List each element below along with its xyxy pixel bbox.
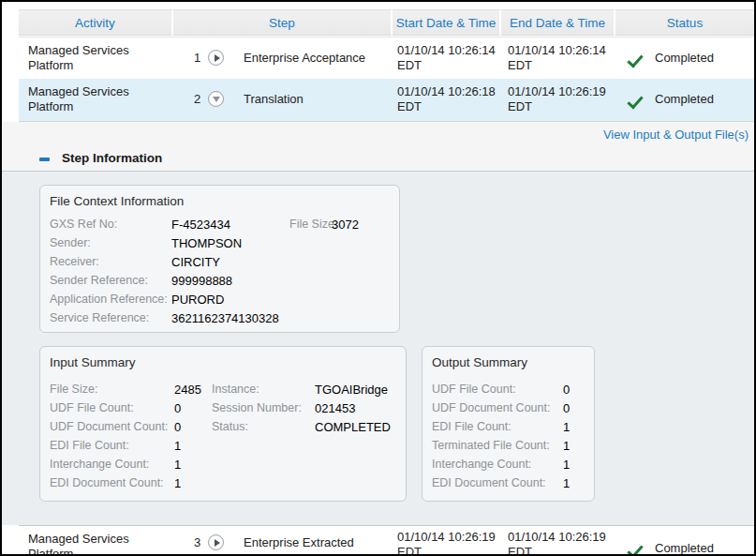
field-value: 1 [174,439,181,453]
field-row: EDI Document Count: 1 [422,476,594,495]
step-number: 1 [194,51,200,66]
start-date-cell: 01/10/14 10:26:14 EDT [397,43,498,73]
column-header-activity[interactable]: Activity [19,9,173,36]
field-label: EDI File Count: [432,420,511,433]
field-row: File Size: 2485 Instance: TGOAIBridge [40,383,406,401]
table-row[interactable]: Managed Services Platform 3 Enterprise E… [19,525,754,556]
step-name: Enterprise Acceptance [244,51,365,66]
field-row: Sender Reference: 999998888 [40,274,399,293]
table-row-selected[interactable]: Managed Services Platform 2 Translation … [19,79,754,122]
field-label: File Size: [289,218,337,231]
field-row: UDF File Count: 0 Session Number: 021453 [40,401,406,420]
field-row: Terminated File Count: 1 [422,439,594,458]
field-value: 1 [563,476,570,490]
field-label: Status: [212,420,248,433]
panel-title: File Context Information [50,194,184,208]
section-header-band: View Input & Output File(s) Step Informa… [2,122,756,172]
step-number: 2 [194,92,200,107]
field-label: Sender Reference: [50,274,148,287]
field-label: EDI Document Count: [432,476,546,489]
table-header: Activity Step Start Date & Time End Date… [19,9,754,36]
field-label: File Size: [50,383,97,396]
check-icon [628,543,643,556]
step-expand-control[interactable] [208,50,224,66]
field-label: Interchange Count: [50,458,149,471]
panel-title: Output Summary [432,355,527,369]
field-label: UDF Document Count: [432,401,550,414]
field-row: GXS Ref No: F-4523434 File Size: 3072 [40,218,399,236]
field-value: 021453 [315,401,355,415]
field-label: Sender: [50,236,91,249]
field-value: 0 [563,401,570,415]
field-label: Session Number: [212,401,302,414]
field-label: UDF File Count: [432,383,516,396]
column-header-start-date[interactable]: Start Date & Time [393,9,501,36]
field-value: 1 [563,439,570,453]
play-icon[interactable] [208,50,224,66]
play-icon[interactable] [208,534,224,550]
field-label: GXS Ref No: [50,218,117,231]
output-summary-panel: Output Summary UDF File Count: 0 UDF Doc… [422,346,595,502]
field-value: THOMPSON [171,236,242,250]
field-row: Interchange Count: 1 [422,458,594,476]
column-header-status[interactable]: Status [615,9,754,36]
activity-cell: Managed Services Platform [28,43,152,73]
field-label: UDF File Count: [50,401,134,414]
field-row: UDF Document Count: 0 Status: COMPLETED [40,420,406,439]
input-summary-panel: Input Summary File Size: 2485 Instance: … [39,346,407,502]
table-row[interactable]: Managed Services Platform 1 Enterprise A… [19,37,754,80]
panel-title: Input Summary [50,355,136,369]
field-value: F-4523434 [171,218,230,232]
field-value: 0 [174,401,181,415]
field-value: 3072 [332,218,359,232]
step-details-page: Activity Step Start Date & Time End Date… [0,0,756,556]
field-row: UDF Document Count: 0 [422,401,594,420]
start-date-cell: 01/10/14 10:26:19 EDT [397,530,498,556]
field-row: Sender: THOMPSON [40,236,399,255]
field-label: EDI File Count: [50,439,129,452]
field-row: UDF File Count: 0 [422,383,594,401]
step-information-section: File Context Information GXS Ref No: F-4… [2,172,756,525]
end-date-cell: 01/10/14 10:26:19 EDT [508,84,611,114]
field-value: 0 [174,420,181,434]
step-expand-control[interactable] [208,91,224,107]
field-value: PURORD [171,293,224,307]
field-value: 3621162374130328 [171,311,279,325]
field-label: Application Reference: [50,293,168,306]
field-value: 0 [563,383,570,397]
field-value: 1 [174,458,181,472]
end-date-cell: 01/10/14 10:26:19 EDT [508,530,611,556]
field-row: EDI File Count: 1 [40,439,406,458]
section-title: Step Information [62,151,162,165]
status-label: Completed [655,51,714,66]
step-name: Translation [244,92,304,107]
field-value: COMPLETED [315,420,391,434]
field-value: 1 [174,476,181,490]
column-header-step[interactable]: Step [173,9,393,36]
field-label: EDI Document Count: [50,476,164,489]
status-label: Completed [655,92,714,107]
field-row: Service Reference: 3621162374130328 [40,311,399,330]
field-label: Service Reference: [50,311,149,324]
play-triangle [215,539,220,547]
chevron-down-icon[interactable] [208,91,224,107]
activity-cell: Managed Services Platform [28,84,152,114]
field-value: 1 [563,420,570,434]
collapse-minus-icon[interactable] [39,158,50,161]
field-label: Receiver: [50,255,99,268]
field-row: EDI File Count: 1 [422,420,594,439]
field-label: Instance: [212,383,259,396]
field-value: 1 [563,458,570,472]
field-label: Terminated File Count: [432,439,550,452]
status-label: Completed [655,541,714,556]
step-expand-control[interactable] [208,534,224,550]
play-triangle [215,54,220,62]
field-value: 2485 [174,383,201,397]
end-date-cell: 01/10/14 10:26:14 EDT [508,43,611,73]
activity-cell: Managed Services Platform [28,532,152,556]
field-value: 999998888 [171,274,232,288]
field-label: UDF Document Count: [50,420,168,433]
view-input-output-files-link[interactable]: View Input & Output File(s) [603,128,749,142]
field-row: Application Reference: PURORD [40,293,399,311]
column-header-end-date[interactable]: End Date & Time [501,9,615,36]
